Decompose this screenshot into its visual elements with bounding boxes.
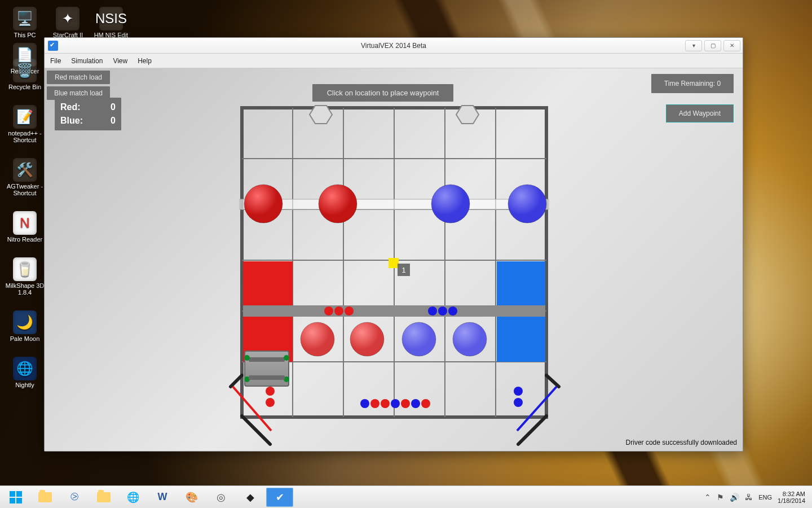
- red-match-load-button[interactable]: Red match load: [47, 71, 110, 84]
- desktop-icon-notepadpp[interactable]: 📝 notepad++ - Shortcut: [5, 105, 45, 143]
- svg-point-23: [324, 306, 333, 316]
- menu-simulation[interactable]: Simulation: [71, 57, 103, 65]
- hint-panel: Click on location to place waypoint: [312, 84, 453, 102]
- svg-point-17: [508, 185, 546, 223]
- box-icon: 🥛: [13, 257, 37, 281]
- desktop-icon-nsis-edit[interactable]: NSIS HM NIS Edit: [91, 7, 131, 38]
- system-tray: ⌃ ⚑ 🔊 🖧 ENG 8:32 AM 1/18/2014: [704, 491, 810, 504]
- taskbar-app1[interactable]: ◎: [208, 488, 235, 507]
- time-panel: Time Remaining: 0: [651, 74, 734, 93]
- close-button[interactable]: ✕: [723, 40, 740, 51]
- svg-rect-33: [389, 258, 399, 268]
- svg-point-50: [411, 399, 420, 408]
- globe-icon: 🌐: [13, 357, 37, 380]
- taskbar-unity[interactable]: ◆: [237, 488, 264, 507]
- status-bar: Driver code successfully downloaded: [45, 439, 743, 451]
- svg-point-45: [360, 399, 369, 408]
- robot[interactable]: [244, 351, 289, 387]
- svg-point-51: [421, 399, 430, 408]
- svg-point-31: [402, 322, 436, 356]
- svg-line-37: [546, 375, 559, 387]
- taskbar-gimp[interactable]: 🎨: [178, 488, 205, 507]
- svg-rect-21: [497, 312, 545, 362]
- svg-rect-19: [497, 261, 545, 311]
- taskbar-explorer2[interactable]: [90, 488, 117, 507]
- waypoint-label: 1: [401, 266, 405, 274]
- game-field[interactable]: 1: [236, 102, 552, 441]
- minimize-button[interactable]: ▾: [685, 40, 702, 51]
- desktop-icon-recycle-bin[interactable]: 🗑️ Recycle Bin: [5, 59, 45, 90]
- time-value: 0: [717, 80, 721, 87]
- svg-point-48: [391, 399, 400, 408]
- svg-point-29: [301, 322, 334, 356]
- taskbar-word[interactable]: W: [149, 488, 176, 507]
- app-window: VirtualVEX 2014 Beta ▾ ▢ ✕ File Simulati…: [44, 37, 743, 452]
- taskbar-virtualvex[interactable]: ✔: [266, 488, 293, 507]
- time-label: Time Remaining:: [664, 80, 715, 87]
- desktop-icon-nightly[interactable]: 🌐 Nightly: [5, 357, 45, 388]
- score-panel: Red: 0 Blue: 0: [55, 98, 121, 130]
- svg-point-16: [431, 185, 470, 223]
- svg-point-30: [350, 322, 384, 356]
- folder-icon: [38, 492, 52, 502]
- add-waypoint-button[interactable]: Add Waypoint: [666, 104, 734, 122]
- menu-help[interactable]: Help: [138, 57, 152, 65]
- menu-view[interactable]: View: [113, 57, 127, 65]
- installer-icon: NSIS: [99, 7, 123, 30]
- svg-point-43: [514, 387, 523, 396]
- desktop-icon-starcraft[interactable]: ✦ StarCraft II: [47, 7, 88, 38]
- game-icon: ✦: [56, 7, 80, 30]
- red-score-label: Red:: [60, 102, 81, 112]
- viewport[interactable]: Red: 0 Blue: 0 Red match load Blue match…: [45, 68, 743, 451]
- desktop-icon-milkshape[interactable]: 🥛 MilkShape 3D 1.8.4: [5, 257, 45, 296]
- tray-volume-icon[interactable]: 🔊: [730, 493, 739, 502]
- titlebar[interactable]: VirtualVEX 2014 Beta ▾ ▢ ✕: [45, 38, 743, 54]
- window-title: VirtualVEX 2014 Beta: [45, 42, 743, 50]
- tray-date: 1/18/2014: [778, 497, 805, 504]
- match-load-panel: Red match load Blue match load: [45, 68, 112, 102]
- svg-marker-12: [310, 106, 332, 124]
- pdf-icon: N: [13, 211, 37, 235]
- menubar: File Simulation View Help: [45, 54, 743, 68]
- blue-score-label: Blue:: [60, 116, 83, 126]
- tray-network-icon[interactable]: 🖧: [745, 493, 753, 502]
- svg-point-44: [514, 398, 523, 407]
- svg-rect-22: [243, 305, 545, 317]
- tray-action-center-icon[interactable]: ⚑: [717, 493, 724, 502]
- recycle-bin-icon: 🗑️: [13, 59, 37, 82]
- taskbar-browser[interactable]: 🌐: [120, 488, 147, 507]
- app-icon: [48, 41, 58, 51]
- moon-icon: 🌙: [13, 310, 37, 334]
- svg-point-46: [370, 399, 379, 408]
- svg-point-49: [401, 399, 410, 408]
- blue-score-value: 0: [111, 116, 116, 126]
- desktop-icon-agtweaker[interactable]: 🛠️ AGTweaker - Shortcut: [5, 158, 45, 196]
- svg-rect-11: [240, 199, 549, 209]
- status-text: Driver code successfully downloaded: [626, 439, 737, 446]
- wrench-icon: 🛠️: [13, 158, 37, 182]
- desktop-icon-nitro-reader[interactable]: N Nitro Reader: [5, 211, 45, 243]
- desktop-icon-this-pc[interactable]: 🖥️ This PC: [5, 7, 45, 38]
- hint-text: Click on location to place waypoint: [327, 89, 439, 97]
- folder-icon: [97, 492, 111, 502]
- menu-file[interactable]: File: [50, 57, 61, 65]
- svg-point-14: [244, 185, 283, 223]
- svg-point-42: [266, 398, 275, 407]
- tray-clock[interactable]: 8:32 AM 1/18/2014: [778, 491, 805, 504]
- start-button[interactable]: [2, 488, 29, 507]
- svg-point-15: [319, 185, 357, 223]
- svg-point-27: [438, 306, 447, 316]
- tray-language[interactable]: ENG: [758, 494, 772, 501]
- monitor-icon: 🖥️: [13, 7, 37, 30]
- red-score-value: 0: [111, 102, 116, 112]
- desktop-icon-palemoon[interactable]: 🌙 Pale Moon: [5, 310, 45, 342]
- desktop-icons-left-col: 🗑️ Recycle Bin 📝 notepad++ - Shortcut 🛠️…: [5, 56, 45, 391]
- svg-point-28: [448, 306, 457, 316]
- svg-rect-18: [243, 261, 293, 311]
- taskbar-file-explorer[interactable]: [32, 488, 59, 507]
- tray-chevron-up-icon[interactable]: ⌃: [704, 493, 711, 502]
- maximize-button[interactable]: ▢: [704, 40, 721, 51]
- notepad-icon: 📝: [13, 105, 37, 129]
- taskbar-powershell[interactable]: ⧁: [61, 488, 88, 507]
- svg-point-26: [428, 306, 437, 316]
